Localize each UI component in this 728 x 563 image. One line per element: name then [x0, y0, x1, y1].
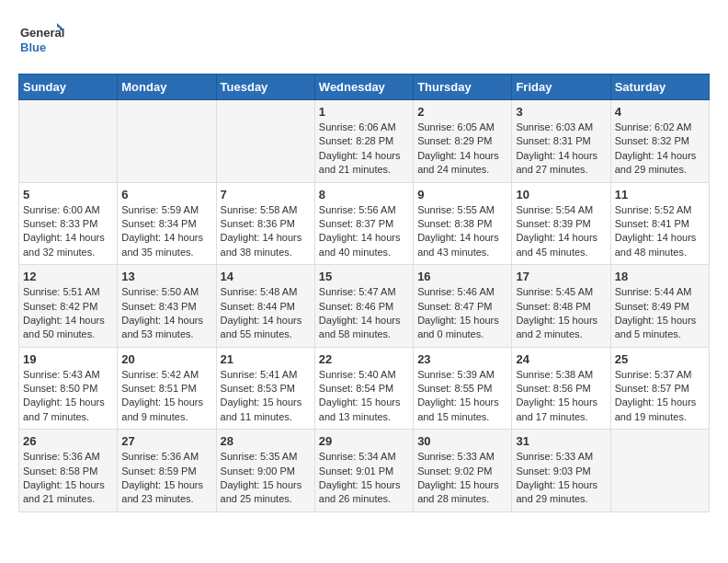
day-number: 11 [615, 188, 705, 201]
day-number: 12 [23, 270, 113, 283]
day-info: Sunrise: 6:05 AM Sunset: 8:29 PM Dayligh… [417, 121, 507, 178]
calendar-cell: 18Sunrise: 5:44 AM Sunset: 8:49 PM Dayli… [610, 265, 709, 348]
day-number: 3 [516, 105, 606, 119]
calendar-cell: 6Sunrise: 5:59 AM Sunset: 8:34 PM Daylig… [118, 182, 216, 265]
calendar-cell: 3Sunrise: 6:03 AM Sunset: 8:31 PM Daylig… [512, 100, 610, 183]
day-info: Sunrise: 5:44 AM Sunset: 8:49 PM Dayligh… [615, 285, 705, 342]
day-info: Sunrise: 5:45 AM Sunset: 8:48 PM Dayligh… [516, 285, 606, 342]
calendar-cell: 25Sunrise: 5:37 AM Sunset: 8:57 PM Dayli… [610, 347, 709, 430]
calendar-cell: 24Sunrise: 5:38 AM Sunset: 8:56 PM Dayli… [512, 347, 610, 430]
day-number: 6 [121, 188, 211, 201]
day-info: Sunrise: 5:35 AM Sunset: 9:00 PM Dayligh… [221, 450, 311, 507]
calendar-week-1: 1Sunrise: 6:06 AM Sunset: 8:28 PM Daylig… [19, 100, 710, 183]
day-info: Sunrise: 5:34 AM Sunset: 9:01 PM Dayligh… [319, 450, 409, 507]
calendar-cell: 10Sunrise: 5:54 AM Sunset: 8:39 PM Dayli… [512, 182, 610, 265]
calendar-cell: 21Sunrise: 5:41 AM Sunset: 8:53 PM Dayli… [216, 347, 314, 430]
day-header-sunday: Sunday [19, 75, 118, 100]
calendar-week-4: 19Sunrise: 5:43 AM Sunset: 8:50 PM Dayli… [19, 347, 710, 430]
day-number: 15 [319, 270, 409, 283]
day-info: Sunrise: 5:33 AM Sunset: 9:02 PM Dayligh… [417, 450, 507, 507]
calendar-cell: 15Sunrise: 5:47 AM Sunset: 8:46 PM Dayli… [314, 265, 413, 348]
day-number: 30 [417, 434, 507, 448]
calendar-cell [19, 100, 118, 183]
day-info: Sunrise: 5:54 AM Sunset: 8:39 PM Dayligh… [516, 203, 606, 260]
day-info: Sunrise: 5:51 AM Sunset: 8:42 PM Dayligh… [23, 285, 113, 342]
day-info: Sunrise: 5:41 AM Sunset: 8:53 PM Dayligh… [221, 368, 311, 425]
day-info: Sunrise: 5:43 AM Sunset: 8:50 PM Dayligh… [23, 368, 113, 425]
day-number: 14 [221, 270, 311, 283]
day-info: Sunrise: 5:48 AM Sunset: 8:44 PM Dayligh… [221, 285, 311, 342]
day-number: 22 [319, 352, 409, 366]
calendar-cell: 30Sunrise: 5:33 AM Sunset: 9:02 PM Dayli… [414, 430, 512, 512]
day-header-friday: Friday [512, 75, 610, 100]
calendar-cell: 5Sunrise: 6:00 AM Sunset: 8:33 PM Daylig… [19, 182, 118, 265]
logo-icon: General Blue [18, 18, 64, 64]
day-header-monday: Monday [118, 75, 216, 100]
calendar-week-5: 26Sunrise: 5:36 AM Sunset: 8:58 PM Dayli… [19, 430, 710, 512]
day-number: 10 [516, 188, 606, 201]
calendar-cell: 13Sunrise: 5:50 AM Sunset: 8:43 PM Dayli… [118, 265, 216, 348]
day-info: Sunrise: 5:52 AM Sunset: 8:41 PM Dayligh… [615, 203, 705, 260]
day-header-thursday: Thursday [414, 75, 512, 100]
svg-text:General: General [20, 26, 64, 40]
calendar-table: SundayMondayTuesdayWednesdayThursdayFrid… [18, 74, 710, 512]
day-info: Sunrise: 5:37 AM Sunset: 8:57 PM Dayligh… [615, 368, 705, 425]
calendar-cell: 27Sunrise: 5:36 AM Sunset: 8:59 PM Dayli… [118, 430, 216, 512]
calendar-cell: 7Sunrise: 5:58 AM Sunset: 8:36 PM Daylig… [216, 182, 314, 265]
day-number: 7 [221, 188, 311, 201]
calendar-cell: 26Sunrise: 5:36 AM Sunset: 8:58 PM Dayli… [19, 430, 118, 512]
calendar-cell: 29Sunrise: 5:34 AM Sunset: 9:01 PM Dayli… [314, 430, 413, 512]
day-info: Sunrise: 5:36 AM Sunset: 8:59 PM Dayligh… [121, 450, 211, 507]
calendar-cell: 4Sunrise: 6:02 AM Sunset: 8:32 PM Daylig… [610, 100, 709, 183]
calendar-week-2: 5Sunrise: 6:00 AM Sunset: 8:33 PM Daylig… [19, 182, 710, 265]
day-number: 27 [121, 434, 211, 448]
day-info: Sunrise: 5:56 AM Sunset: 8:37 PM Dayligh… [319, 203, 409, 260]
calendar-cell: 19Sunrise: 5:43 AM Sunset: 8:50 PM Dayli… [19, 347, 118, 430]
day-number: 28 [221, 434, 311, 448]
day-info: Sunrise: 5:46 AM Sunset: 8:47 PM Dayligh… [417, 285, 507, 342]
day-number: 16 [417, 270, 507, 283]
day-number: 9 [417, 188, 507, 201]
calendar-cell [216, 100, 314, 183]
day-info: Sunrise: 5:50 AM Sunset: 8:43 PM Dayligh… [121, 285, 211, 342]
calendar-cell: 31Sunrise: 5:33 AM Sunset: 9:03 PM Dayli… [512, 430, 610, 512]
day-info: Sunrise: 6:00 AM Sunset: 8:33 PM Dayligh… [23, 203, 113, 260]
day-number: 8 [319, 188, 409, 201]
day-number: 13 [121, 270, 211, 283]
calendar-cell: 17Sunrise: 5:45 AM Sunset: 8:48 PM Dayli… [512, 265, 610, 348]
day-number: 26 [23, 434, 113, 448]
day-info: Sunrise: 5:59 AM Sunset: 8:34 PM Dayligh… [121, 203, 211, 260]
calendar-cell [610, 430, 709, 512]
day-number: 23 [417, 352, 507, 366]
calendar-cell: 8Sunrise: 5:56 AM Sunset: 8:37 PM Daylig… [314, 182, 413, 265]
calendar-week-3: 12Sunrise: 5:51 AM Sunset: 8:42 PM Dayli… [19, 265, 710, 348]
calendar-cell: 28Sunrise: 5:35 AM Sunset: 9:00 PM Dayli… [216, 430, 314, 512]
day-number: 5 [23, 188, 113, 201]
calendar-cell: 9Sunrise: 5:55 AM Sunset: 8:38 PM Daylig… [414, 182, 512, 265]
day-number: 19 [23, 352, 113, 366]
day-number: 18 [615, 270, 705, 283]
day-number: 29 [319, 434, 409, 448]
calendar-cell: 22Sunrise: 5:40 AM Sunset: 8:54 PM Dayli… [314, 347, 413, 430]
day-number: 25 [615, 352, 705, 366]
day-number: 20 [121, 352, 211, 366]
day-info: Sunrise: 5:42 AM Sunset: 8:51 PM Dayligh… [121, 368, 211, 425]
day-info: Sunrise: 6:02 AM Sunset: 8:32 PM Dayligh… [615, 121, 705, 178]
day-info: Sunrise: 6:03 AM Sunset: 8:31 PM Dayligh… [516, 121, 606, 178]
day-info: Sunrise: 6:06 AM Sunset: 8:28 PM Dayligh… [319, 121, 409, 178]
day-header-tuesday: Tuesday [216, 75, 314, 100]
day-number: 2 [417, 105, 507, 119]
day-info: Sunrise: 5:33 AM Sunset: 9:03 PM Dayligh… [516, 450, 606, 507]
calendar-cell [118, 100, 216, 183]
day-number: 24 [516, 352, 606, 366]
day-info: Sunrise: 5:39 AM Sunset: 8:55 PM Dayligh… [417, 368, 507, 425]
day-info: Sunrise: 5:58 AM Sunset: 8:36 PM Dayligh… [221, 203, 311, 260]
calendar-cell: 14Sunrise: 5:48 AM Sunset: 8:44 PM Dayli… [216, 265, 314, 348]
day-header-saturday: Saturday [610, 75, 709, 100]
day-info: Sunrise: 5:55 AM Sunset: 8:38 PM Dayligh… [417, 203, 507, 260]
day-info: Sunrise: 5:40 AM Sunset: 8:54 PM Dayligh… [319, 368, 409, 425]
day-header-wednesday: Wednesday [314, 75, 413, 100]
day-number: 31 [516, 434, 606, 448]
calendar-cell: 12Sunrise: 5:51 AM Sunset: 8:42 PM Dayli… [19, 265, 118, 348]
day-number: 1 [319, 105, 409, 119]
